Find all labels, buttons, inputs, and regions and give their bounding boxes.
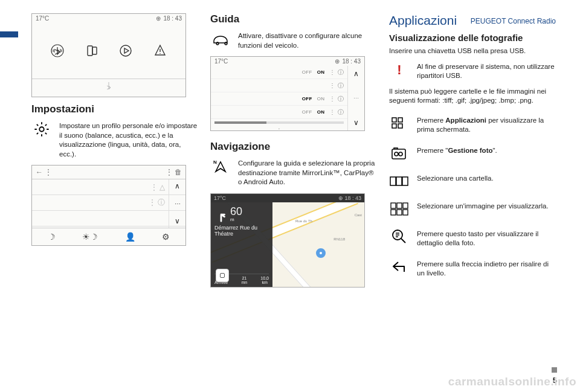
usb-text: Inserire una chiavetta USB nella presa U… [389, 47, 556, 56]
nav-heading: Navigazione [210, 141, 377, 153]
svg-rect-6 [392, 118, 396, 122]
svg-rect-19 [391, 210, 396, 215]
statusbar: 17°C ⊕ 18 : 43 [32, 14, 185, 23]
svg-rect-1 [88, 46, 92, 56]
night-icon: ☽ [48, 232, 56, 242]
car-icon [210, 30, 231, 48]
col-1: 17°C ⊕ 18 : 43 [31, 13, 198, 288]
left-accent-bar [0, 31, 18, 37]
photo-heading: Visualizzazione delle fotografie [389, 33, 556, 43]
stop-nav-button [216, 269, 229, 282]
road-label: Cast [355, 213, 362, 217]
svg-point-12 [399, 152, 402, 156]
svg-text:N: N [213, 159, 217, 165]
svg-point-11 [395, 152, 398, 156]
screenshot-guida: 17°C ⊕ 18 : 43 OFFON⋮ ⓘ ⋮ ⓘ OFFON⋮ ⓘ OFF… [210, 56, 365, 131]
settings-heading: Impostazioni [31, 103, 198, 115]
svg-rect-13 [390, 177, 396, 185]
instr-text: Selezionare una cartella. [417, 172, 556, 184]
svg-rect-20 [397, 210, 402, 215]
auto-brightness-icon: ☀☽ [82, 232, 98, 242]
status-temp: 17°C [214, 195, 226, 201]
back-icon: ← ⋮ [36, 168, 52, 176]
magnify-detail-icon [389, 228, 410, 246]
svg-rect-7 [398, 118, 402, 122]
guida-heading: Guida [210, 13, 377, 25]
bluetooth-icon [50, 43, 65, 58]
screenshot-settings: ← ⋮ ⋮ 🗑 ⋮ △ ⋮ ⓘ ∧ ⋯ ∨ ☽ ☀☽ 👤 ⚙ [31, 165, 186, 246]
nav-app-icon [153, 43, 167, 58]
status-time: 18 : 43 [163, 15, 182, 22]
image-grid-icon [389, 200, 410, 218]
svg-rect-16 [391, 203, 396, 208]
gear-small-icon: ⚙ [162, 232, 170, 242]
instr-text: Premere questo tasto per visualizzare il… [417, 228, 556, 248]
svg-point-4 [39, 127, 44, 131]
svg-rect-9 [398, 124, 402, 128]
location-marker-icon [316, 248, 326, 258]
chevron-down-icon: ∨ [353, 118, 359, 127]
instr-text: Premere Applicazioni per visualizzare la… [417, 114, 556, 135]
col-2: Guida Attivare, disattivare o configurar… [210, 13, 377, 288]
nav-desc: Configurare la guida e selezionare la pr… [238, 158, 377, 187]
header-brand: PEUGEOT Connect Radio [471, 17, 556, 25]
status-temp: 17°C [36, 15, 49, 22]
nav-street: Démarrez Rue du Théatre [214, 225, 269, 238]
gear-icon [31, 120, 52, 138]
chevron-up-icon: ∧ [353, 69, 359, 78]
instr-text: Premere "Gestione foto". [417, 144, 556, 156]
media-icon [118, 43, 133, 58]
folder-icon [389, 172, 410, 190]
nav-distance-unit: m [230, 217, 242, 222]
warning-icon: ! [389, 61, 410, 79]
warning-block: ! Al fine di preservare il sistema, non … [389, 61, 556, 81]
chevron-down-icon: ∨ [175, 217, 180, 225]
svg-rect-21 [403, 210, 408, 215]
screenshot-nav: 17°C ⊕ 18 : 43 Rue du Th RN118 Cast 60m … [210, 193, 365, 288]
back-arrow-icon [389, 258, 410, 276]
watermark: carmanualsonline.info [448, 375, 576, 388]
nav-distance: 60 [230, 206, 242, 217]
screenshot-footer [32, 79, 185, 97]
svg-rect-2 [92, 47, 97, 54]
formats-text: Il sistema può leggere cartelle e le fil… [389, 87, 556, 106]
svg-rect-17 [397, 203, 402, 208]
svg-rect-15 [402, 177, 408, 185]
instr-text: Premere sulla freccia indietro per risal… [417, 258, 556, 278]
svg-rect-14 [396, 177, 402, 185]
status-time: 18 : 43 [344, 195, 361, 201]
svg-rect-8 [392, 124, 396, 128]
compass-arrow-icon: N [210, 158, 231, 176]
phone-icon [85, 43, 99, 58]
road-label: RN118 [334, 237, 345, 241]
warning-text: Al fine di preservare il sistema, non ut… [417, 61, 556, 81]
chevron-up-icon: ∧ [175, 182, 180, 190]
turn-arrow-icon [214, 209, 228, 222]
road-label: Rue du Th [295, 219, 312, 223]
status-temp: 17°C [214, 58, 228, 65]
svg-rect-18 [403, 203, 408, 208]
instr-text: Selezionare un'immagine per visualizzarl… [417, 200, 556, 211]
guida-desc: Attivare, disattivare o configurare alcu… [238, 30, 377, 50]
settings-desc: Impostare un profilo personale e/o impos… [59, 120, 198, 159]
apps-grid-icon [389, 114, 410, 132]
profile-icon: 👤 [125, 232, 135, 242]
photo-manage-icon [389, 144, 410, 162]
status-time: 18 : 43 [342, 58, 361, 65]
trash-icon: ⋮ 🗑 [166, 168, 182, 176]
screenshot-home: 17°C ⊕ 18 : 43 [31, 13, 186, 97]
col-3: Applicazioni Visualizzazione delle fotog… [389, 13, 556, 288]
